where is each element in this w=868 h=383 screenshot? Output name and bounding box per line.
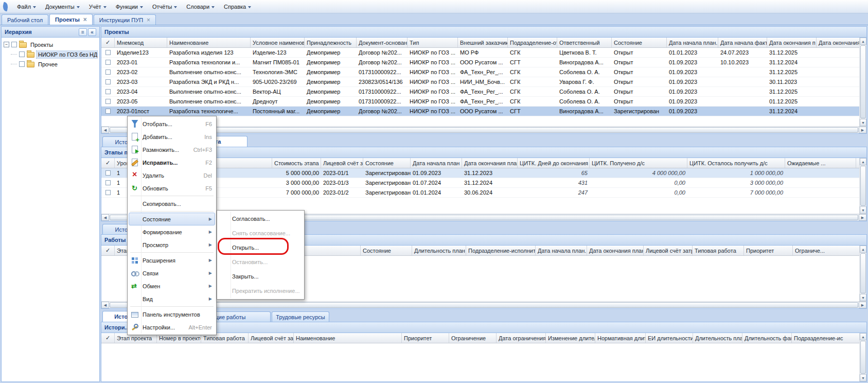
table-row[interactable]: 2023-04Выполнение опытно-конс...Вектор-А… <box>101 87 859 97</box>
scroll-up-button[interactable]: ▲ <box>860 333 866 340</box>
column-header[interactable]: Ожидаемые ... <box>785 158 856 168</box>
menubar-item[interactable]: Словари <box>182 2 219 12</box>
menu-item[interactable]: Просмотр▶ <box>129 238 215 251</box>
column-header[interactable]: Ограниче... <box>793 246 859 255</box>
menubar-item[interactable]: Справка <box>219 2 256 12</box>
menu-item[interactable]: Вид▶ <box>129 292 215 305</box>
column-header[interactable]: Дата окончания план <box>587 246 644 255</box>
tab[interactable]: Рабочий стол <box>2 14 48 25</box>
scroll-left-button[interactable]: ◀ <box>101 127 109 133</box>
column-header[interactable]: Дата начала план. <box>667 38 718 47</box>
tree-item[interactable]: НИОКР по ГОЗ без НДС <box>2 49 99 59</box>
row-checkbox[interactable] <box>105 170 111 176</box>
tree-item[interactable]: Прочее <box>2 59 99 69</box>
table-row[interactable]: 2023-01постРазработка технологиче...Пост… <box>101 107 859 116</box>
menu-item[interactable]: Отобрать...F6 <box>129 117 215 130</box>
row-checkbox[interactable] <box>105 69 111 75</box>
scroll-up-button[interactable]: ▲ <box>860 246 866 253</box>
tab[interactable]: Трудовые ресурсы <box>272 311 329 322</box>
column-header[interactable]: Наименование <box>167 38 251 47</box>
tab[interactable]: Проекты× <box>49 14 93 25</box>
scroll-thumb[interactable] <box>860 253 866 293</box>
column-header[interactable]: Изменение длител <box>546 333 595 343</box>
collapse-panel-button[interactable]: « <box>88 28 96 36</box>
menubar-item[interactable]: Учёт <box>84 2 111 12</box>
menu-item[interactable]: Исправить...F2 <box>129 156 215 169</box>
scroll-thumb[interactable] <box>860 45 866 118</box>
column-header[interactable]: Ограничение <box>449 333 497 343</box>
menu-item[interactable]: Расширения▶ <box>129 254 215 267</box>
row-checkbox[interactable] <box>105 60 111 65</box>
table-row[interactable]: Изделие123Разработка изделия 123Изделие-… <box>101 48 859 58</box>
menubar-item[interactable]: Отчёты <box>148 2 182 12</box>
history-vertical-scrollbar[interactable]: ▲▼ <box>859 333 866 381</box>
menu-item[interactable]: УдалитьDel <box>129 169 215 182</box>
column-header[interactable]: Приоритет <box>402 333 449 343</box>
column-header[interactable]: Лицевой счёт затр <box>644 246 693 255</box>
column-header[interactable]: Тип <box>408 38 458 47</box>
stages-vertical-scrollbar[interactable]: ▲▼ <box>859 158 866 214</box>
tree-checkbox[interactable] <box>19 51 25 57</box>
column-header[interactable]: Дата окончания план <box>462 158 518 168</box>
column-header[interactable]: Условное наименова <box>251 38 305 47</box>
column-header[interactable]: Состояние <box>612 38 667 47</box>
column-header[interactable]: Дата начала факт <box>718 38 767 47</box>
scroll-down-button[interactable]: ▼ <box>860 294 866 301</box>
column-header[interactable]: Типовая работа <box>693 246 744 255</box>
scroll-down-button[interactable]: ▼ <box>860 119 866 126</box>
scroll-thumb[interactable] <box>110 302 858 308</box>
row-checkbox[interactable] <box>105 99 111 104</box>
scroll-up-button[interactable]: ▲ <box>860 38 866 45</box>
column-header[interactable]: Дата окончания ф <box>817 38 859 47</box>
column-header[interactable]: ✓ <box>101 158 115 168</box>
column-header[interactable]: Длительность пла <box>693 333 742 343</box>
column-header[interactable]: Лицевой счёт затрат <box>321 158 363 168</box>
menu-item[interactable]: Обмен▶ <box>129 280 215 292</box>
column-header[interactable]: Нормативная длит <box>595 333 646 343</box>
table-row[interactable]: 2023-02Выполнение опытно-конс...Технолог… <box>101 67 859 77</box>
menu-item[interactable]: Связи▶ <box>129 267 215 280</box>
column-header[interactable]: Дата начала план <box>411 158 462 168</box>
row-checkbox[interactable] <box>105 50 111 55</box>
column-header[interactable]: Подразделение-от <box>508 38 557 47</box>
row-checkbox[interactable] <box>105 190 111 195</box>
scroll-down-button[interactable]: ▼ <box>860 374 866 381</box>
column-header[interactable]: ✓ <box>101 246 115 255</box>
column-header[interactable]: ЦИТК. Осталось получить д/с <box>687 158 785 168</box>
scroll-left-button[interactable]: ◀ <box>101 214 109 221</box>
scroll-right-button[interactable]: ▶ <box>859 302 866 308</box>
projects-vertical-scrollbar[interactable]: ▲▼ <box>859 38 866 126</box>
hierarchy-menu-button[interactable]: ≡ <box>79 28 87 36</box>
column-header[interactable]: Состояние <box>363 158 411 168</box>
column-header[interactable]: Длительность фак <box>742 333 792 343</box>
scroll-up-button[interactable]: ▲ <box>860 158 866 165</box>
menu-item[interactable]: Открыть... <box>218 240 303 255</box>
column-header[interactable]: Внешний заказчик <box>458 38 508 47</box>
column-header[interactable]: ЕИ длительности <box>646 333 693 343</box>
column-header[interactable]: Стоимость этапа <box>272 158 321 168</box>
tree-item[interactable]: −Проекты <box>2 40 99 49</box>
column-header[interactable]: Дата окончания п <box>767 38 817 47</box>
menu-item[interactable]: Состояние▶ <box>129 213 215 225</box>
column-header[interactable]: ЦИТК. Дней до окончания <box>518 158 590 168</box>
expander-icon[interactable]: − <box>4 42 9 47</box>
menubar-item[interactable]: Документы <box>41 2 84 12</box>
row-checkbox[interactable] <box>105 89 111 94</box>
row-checkbox[interactable] <box>105 109 111 114</box>
column-header[interactable]: ЦИТК. Получено д/с <box>590 158 687 168</box>
scroll-right-button[interactable]: ▶ <box>859 127 866 133</box>
tree-checkbox[interactable] <box>19 61 25 67</box>
row-checkbox[interactable] <box>105 180 111 185</box>
close-icon[interactable]: × <box>147 18 150 23</box>
menu-item[interactable]: Добавить...Ins <box>129 130 215 143</box>
menubar-item[interactable]: Файл <box>12 2 41 12</box>
column-header[interactable]: Состояние <box>361 246 412 255</box>
menu-item[interactable]: Панель инструментов <box>129 308 215 321</box>
menu-item[interactable]: Размножить...Ctrl+F3 <box>129 143 215 156</box>
menu-item[interactable]: Скопировать... <box>129 197 215 210</box>
column-header[interactable]: Наименование <box>294 333 402 343</box>
column-header[interactable]: Длительность план <box>412 246 466 255</box>
table-row[interactable]: 2023-03Разработка ЭКД и РКД н...905-U020… <box>101 77 859 87</box>
close-icon[interactable]: × <box>83 17 87 22</box>
column-header[interactable]: ✓ <box>101 38 115 47</box>
